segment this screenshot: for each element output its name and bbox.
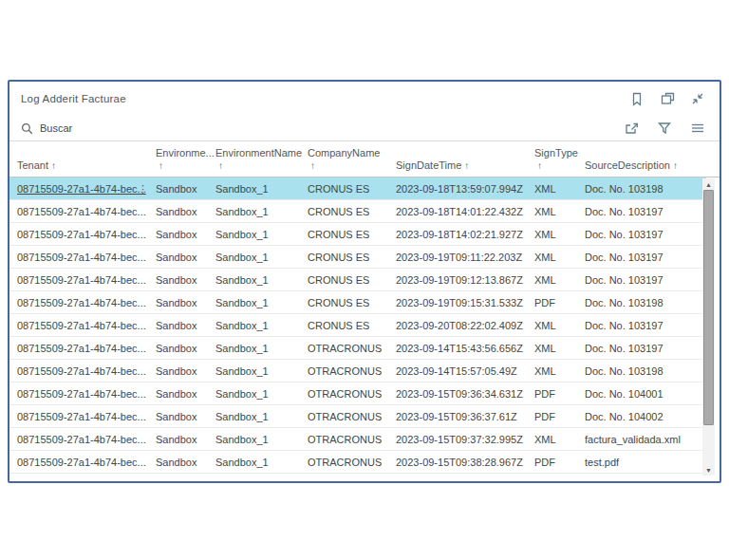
cell-source_description: Doc. No. 104002 bbox=[583, 405, 693, 428]
cell-company_name: OTRACRONUS bbox=[306, 337, 394, 360]
column-header-tenant[interactable]: Tenant↑ bbox=[15, 141, 154, 177]
table-row[interactable]: 08715509-27a1-4b74-bec...SandboxSandbox_… bbox=[9, 383, 706, 405]
cell-tenant[interactable]: 08715509-27a1-4b74-bec... bbox=[15, 246, 154, 269]
cell-source_description: Doc. No. 103197 bbox=[583, 200, 693, 223]
cell-tenant[interactable]: 08715509-27a1-4b74-bec... bbox=[15, 360, 154, 383]
table-row[interactable]: 08715509-27a1-4b74-bec...SandboxSandbox_… bbox=[9, 360, 706, 383]
column-label: SignDateTime bbox=[396, 159, 461, 172]
cell-sign_type: XML bbox=[533, 177, 583, 200]
cell-tenant[interactable]: 08715509-27a1-4b74-bec... bbox=[15, 383, 154, 405]
cell-environment_name: Sandbox_1 bbox=[214, 269, 306, 291]
table-body: 08715509-27a1-4b74-bec...⋮SandboxSandbox… bbox=[9, 177, 720, 474]
cell-sign_type: XML bbox=[533, 269, 583, 291]
page-card: Log Adderit Facturae bbox=[8, 80, 721, 483]
row-menu-icon[interactable]: ⋮ bbox=[138, 177, 148, 200]
tenant-link[interactable]: 08715509-27a1-4b74-bec... bbox=[17, 274, 146, 286]
cell-source_description: Doc. No. 103198 bbox=[583, 360, 693, 383]
table-row[interactable]: 08715509-27a1-4b74-bec...SandboxSandbox_… bbox=[9, 428, 706, 451]
column-header-company_name[interactable]: CompanyName↑ bbox=[306, 141, 394, 177]
cell-tenant[interactable]: 08715509-27a1-4b74-bec...⋮ bbox=[15, 177, 154, 200]
cell-sign_date_time: 2023-09-20T08:22:02.409Z bbox=[394, 314, 533, 337]
tenant-link[interactable]: 08715509-27a1-4b74-bec... bbox=[17, 183, 146, 195]
tenant-link[interactable]: 08715509-27a1-4b74-bec... bbox=[17, 434, 146, 445]
table-row[interactable]: 08715509-27a1-4b74-bec...SandboxSandbox_… bbox=[9, 405, 706, 428]
table-row[interactable]: 08715509-27a1-4b74-bec...SandboxSandbox_… bbox=[9, 200, 706, 223]
column-header-sign_type[interactable]: SignType↑ bbox=[533, 141, 583, 177]
tenant-link[interactable]: 08715509-27a1-4b74-bec... bbox=[17, 229, 146, 240]
cell-company_name: CRONUS ES bbox=[306, 269, 394, 291]
tenant-link[interactable]: 08715509-27a1-4b74-bec... bbox=[17, 252, 146, 263]
cell-environment: Sandbox bbox=[154, 200, 214, 223]
table-row[interactable]: 08715509-27a1-4b74-bec...SandboxSandbox_… bbox=[9, 291, 706, 314]
table-row[interactable]: 08715509-27a1-4b74-bec...SandboxSandbox_… bbox=[9, 269, 706, 291]
table-row[interactable]: 08715509-27a1-4b74-bec...SandboxSandbox_… bbox=[9, 337, 706, 360]
cell-sign_date_time: 2023-09-15T09:38:28.967Z bbox=[394, 451, 533, 474]
collapse-icon[interactable] bbox=[689, 90, 706, 107]
share-icon[interactable] bbox=[623, 120, 640, 137]
search-input[interactable] bbox=[40, 122, 325, 134]
bookmark-icon[interactable] bbox=[628, 90, 645, 107]
cell-environment: Sandbox bbox=[154, 337, 214, 360]
table-row[interactable]: 08715509-27a1-4b74-bec...SandboxSandbox_… bbox=[9, 223, 706, 246]
cell-tenant[interactable]: 08715509-27a1-4b74-bec... bbox=[15, 337, 154, 360]
scroll-down-icon[interactable]: ▼ bbox=[702, 464, 715, 476]
table-row[interactable]: 08715509-27a1-4b74-bec...SandboxSandbox_… bbox=[9, 246, 706, 269]
tenant-link[interactable]: 08715509-27a1-4b74-bec... bbox=[17, 388, 146, 400]
cell-tenant[interactable]: 08715509-27a1-4b74-bec... bbox=[15, 405, 154, 428]
cell-tenant[interactable]: 08715509-27a1-4b74-bec... bbox=[15, 451, 154, 474]
tenant-link[interactable]: 08715509-27a1-4b74-bec... bbox=[17, 206, 146, 217]
cell-tenant[interactable]: 08715509-27a1-4b74-bec... bbox=[15, 269, 154, 291]
cell-sign_date_time: 2023-09-18T13:59:07.994Z bbox=[394, 177, 533, 200]
tenant-link[interactable]: 08715509-27a1-4b74-bec... bbox=[17, 411, 146, 422]
title-bar-actions bbox=[628, 90, 706, 107]
cell-source_description: Doc. No. 103198 bbox=[583, 177, 693, 200]
cell-environment: Sandbox bbox=[154, 360, 214, 383]
cell-sign_date_time: 2023-09-14T15:57:05.49Z bbox=[394, 360, 533, 383]
tenant-link[interactable]: 08715509-27a1-4b74-bec... bbox=[17, 297, 146, 308]
open-in-new-window-icon[interactable] bbox=[659, 90, 676, 107]
cell-company_name: CRONUS ES bbox=[306, 200, 394, 223]
cell-tenant[interactable]: 08715509-27a1-4b74-bec... bbox=[15, 291, 154, 314]
cell-tenant[interactable]: 08715509-27a1-4b74-bec... bbox=[15, 428, 154, 451]
scroll-up-icon[interactable]: ▲ bbox=[702, 178, 715, 190]
cell-sign_date_time: 2023-09-18T14:01:22.432Z bbox=[394, 200, 533, 223]
tenant-link[interactable]: 08715509-27a1-4b74-bec... bbox=[17, 365, 146, 377]
filter-icon[interactable] bbox=[656, 120, 673, 137]
table-row[interactable]: 08715509-27a1-4b74-bec...SandboxSandbox_… bbox=[9, 451, 706, 474]
cell-tenant[interactable]: 08715509-27a1-4b74-bec... bbox=[15, 223, 154, 246]
cell-sign_date_time: 2023-09-15T09:36:34.631Z bbox=[394, 383, 533, 405]
cell-tenant[interactable]: 08715509-27a1-4b74-bec... bbox=[15, 200, 154, 223]
column-header-environment[interactable]: Environme...↑ bbox=[154, 141, 214, 177]
search-box[interactable] bbox=[21, 122, 623, 135]
column-header-source_description[interactable]: SourceDescription↑ bbox=[583, 141, 706, 177]
cell-environment: Sandbox bbox=[154, 269, 214, 291]
choose-columns-icon[interactable] bbox=[689, 120, 706, 137]
cell-company_name: OTRACRONUS bbox=[306, 451, 394, 474]
column-header-sign_date_time[interactable]: SignDateTime↑ bbox=[394, 141, 533, 177]
table-header-row: Tenant↑Environme...↑EnvironmentName↑Comp… bbox=[9, 141, 720, 177]
scrollbar-thumb[interactable] bbox=[703, 190, 714, 425]
table-row[interactable]: 08715509-27a1-4b74-bec...⋮SandboxSandbox… bbox=[9, 177, 706, 200]
cell-sign_date_time: 2023-09-15T09:36:37.61Z bbox=[394, 405, 533, 428]
cell-sign_date_time: 2023-09-19T09:15:31.533Z bbox=[394, 291, 533, 314]
cell-company_name: CRONUS ES bbox=[306, 177, 394, 200]
cell-environment_name: Sandbox_1 bbox=[214, 246, 306, 269]
cell-environment_name: Sandbox_1 bbox=[214, 223, 306, 246]
table-row[interactable]: 08715509-27a1-4b74-bec...SandboxSandbox_… bbox=[9, 314, 706, 337]
tenant-link[interactable]: 08715509-27a1-4b74-bec... bbox=[17, 320, 146, 331]
column-label: Environme... bbox=[156, 147, 215, 159]
tenant-link[interactable]: 08715509-27a1-4b74-bec... bbox=[17, 343, 146, 354]
cell-source_description: Doc. No. 103197 bbox=[583, 337, 693, 360]
cell-tenant[interactable]: 08715509-27a1-4b74-bec... bbox=[15, 314, 154, 337]
cell-company_name: CRONUS ES bbox=[306, 246, 394, 269]
vertical-scrollbar[interactable]: ▲ ▼ bbox=[702, 178, 715, 476]
search-row bbox=[9, 116, 720, 141]
column-header-environment_name[interactable]: EnvironmentName↑ bbox=[214, 141, 306, 177]
cell-sign_date_time: 2023-09-15T09:37:32.995Z bbox=[394, 428, 533, 451]
cell-sign_type: PDF bbox=[533, 405, 583, 428]
cell-sign_type: XML bbox=[533, 337, 583, 360]
cell-environment: Sandbox bbox=[154, 383, 214, 405]
cell-environment: Sandbox bbox=[154, 428, 214, 451]
cell-source_description: Doc. No. 103197 bbox=[583, 223, 693, 246]
tenant-link[interactable]: 08715509-27a1-4b74-bec... bbox=[17, 457, 146, 468]
